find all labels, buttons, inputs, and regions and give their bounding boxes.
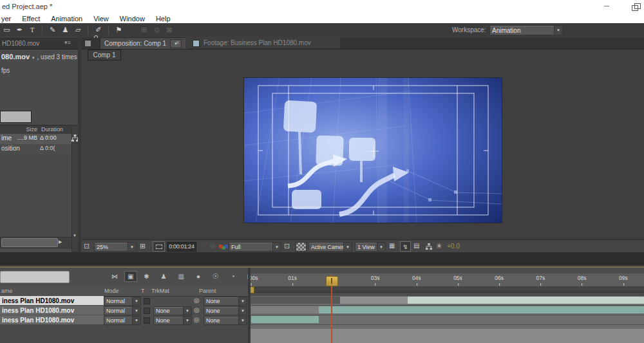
mini-flowchart-icon[interactable] bbox=[425, 243, 433, 250]
exposure-icon[interactable]: ✳ bbox=[436, 242, 442, 250]
layer-bar-segment[interactable] bbox=[251, 316, 319, 323]
parent-pickwhip-icon[interactable]: ◎ bbox=[194, 297, 200, 304]
close-icon[interactable]: × bbox=[176, 39, 180, 46]
preserve-transparency-checkbox[interactable] bbox=[144, 298, 150, 304]
shy-icon[interactable]: ♟ bbox=[156, 273, 171, 280]
blend-mode-dropdown[interactable]: Normal ▼ bbox=[104, 316, 141, 325]
clone-stamp-tool-icon[interactable]: ♟ bbox=[60, 25, 71, 35]
column-name[interactable]: ame bbox=[1, 288, 13, 294]
parent-value: None bbox=[204, 307, 238, 315]
menu-layer[interactable]: yer bbox=[1, 15, 11, 23]
column-parent[interactable]: Parent bbox=[199, 288, 216, 294]
show-channel-icon[interactable] bbox=[219, 245, 223, 248]
column-t[interactable]: T bbox=[141, 288, 145, 294]
parent-dropdown[interactable]: None ▼ bbox=[204, 306, 247, 315]
viewer-toolbar: ⊡ 25% ▼ ⊞ 0:00:01:24 ◎ Full ▼ ⊡ Active C… bbox=[81, 239, 644, 253]
layer-name[interactable]: iness Plan HD1080.mov bbox=[0, 296, 104, 305]
layer-bar-segment[interactable] bbox=[319, 306, 644, 313]
menu-view[interactable]: View bbox=[93, 15, 109, 23]
fast-previews-icon[interactable]: ↯ bbox=[400, 241, 411, 252]
auto-keyframe-icon[interactable]: ◔ bbox=[225, 273, 240, 280]
chevron-down-icon[interactable]: ▼ bbox=[32, 56, 35, 60]
project-panel-tab[interactable]: HD1080.mov bbox=[2, 40, 39, 47]
roto-brush-tool-icon[interactable]: ✐ bbox=[93, 25, 104, 35]
camera-view-dropdown[interactable]: Active Camera ▼ bbox=[308, 242, 352, 252]
timeline-search-input[interactable] bbox=[0, 271, 70, 283]
tab-footage[interactable]: Footage: Business Plan HD1080.mov bbox=[185, 37, 340, 48]
timeline-panel-icon[interactable]: ▤ bbox=[413, 242, 419, 249]
current-time-indicator[interactable] bbox=[326, 276, 338, 286]
horizontal-splitter[interactable] bbox=[0, 252, 644, 265]
layer-row[interactable]: iness Plan HD1080.mov Normal ▼ None ▼ ◎ … bbox=[0, 306, 644, 315]
menu-effect[interactable]: Effect bbox=[22, 15, 40, 23]
footage-thumbnail[interactable] bbox=[0, 111, 32, 123]
workspace-dropdown[interactable]: Animation ▼ bbox=[489, 25, 563, 35]
parent-pickwhip-icon[interactable]: ◎ bbox=[194, 306, 200, 313]
ruler-label: 09s bbox=[619, 275, 628, 281]
menu-help[interactable]: Help bbox=[156, 15, 171, 23]
layer-row[interactable]: iness Plan HD1080.mov Normal ▼ ◎ None ▼ bbox=[0, 296, 644, 305]
layer-bar-segment[interactable] bbox=[408, 297, 644, 304]
comp-mini-tab[interactable]: Comp 1 bbox=[88, 50, 121, 60]
brainstorm-icon[interactable]: ✱ bbox=[139, 273, 155, 280]
project-hscrollbar[interactable]: ▶ bbox=[0, 237, 72, 248]
restore-icon[interactable] bbox=[632, 5, 638, 11]
tab-composition[interactable]: Composition: Comp 1 ▼ bbox=[100, 37, 188, 49]
menu-window[interactable]: Window bbox=[120, 15, 145, 23]
find-icon[interactable]: ☉ bbox=[208, 272, 223, 281]
preserve-transparency-checkbox[interactable] bbox=[144, 308, 150, 314]
parent-dropdown[interactable]: None ▼ bbox=[204, 316, 247, 325]
brush-tool-icon[interactable]: ✎ bbox=[47, 25, 58, 35]
live-update-icon[interactable]: ▣ bbox=[124, 271, 137, 282]
region-of-interest-icon[interactable] bbox=[153, 241, 165, 252]
layer-name[interactable]: iness Plan HD1080.mov bbox=[0, 306, 104, 315]
pen-tool-icon[interactable]: ✒ bbox=[14, 25, 25, 35]
column-size[interactable]: Size bbox=[14, 126, 37, 133]
eraser-tool-icon[interactable]: ▱ bbox=[73, 25, 84, 35]
column-duration[interactable]: Duration bbox=[41, 126, 63, 133]
view-layout-dropdown[interactable]: 1 View ▼ bbox=[355, 242, 386, 252]
timeline-column-splitter[interactable] bbox=[248, 268, 251, 343]
project-row-quicktime[interactable]: ime ....9 MB Δ 0:00 bbox=[0, 134, 72, 144]
preserve-transparency-checkbox[interactable] bbox=[144, 317, 150, 324]
motion-blur-icon[interactable]: ● bbox=[191, 273, 206, 280]
blend-mode-dropdown[interactable]: Normal ▼ bbox=[104, 297, 141, 306]
composition-image[interactable] bbox=[244, 78, 502, 223]
layer-bar-segment[interactable] bbox=[251, 297, 340, 304]
always-preview-icon[interactable]: ⊡ bbox=[84, 242, 90, 250]
menu-animation[interactable]: Animation bbox=[51, 15, 82, 23]
safe-guides-icon[interactable]: ⊞ bbox=[140, 242, 146, 250]
exposure-value[interactable]: +0.0 bbox=[447, 243, 460, 250]
column-trkmat[interactable]: TrkMat bbox=[151, 288, 169, 294]
resolution-dropdown[interactable]: Full ▼ bbox=[229, 242, 281, 252]
panel-menu-icon[interactable]: ▾≡ bbox=[64, 39, 71, 46]
layer-row[interactable]: iness Plan HD1080.mov Normal ▼ None ▼ ◎ … bbox=[0, 315, 644, 324]
puppet-pin-tool-icon[interactable]: ⚑ bbox=[113, 25, 124, 35]
scroll-down-icon[interactable]: ▼ bbox=[72, 234, 77, 237]
type-tool-icon[interactable]: T bbox=[27, 24, 38, 35]
magnification-dropdown[interactable]: 25% ▼ bbox=[94, 242, 137, 252]
ruler-label: 05s bbox=[453, 275, 462, 281]
blend-mode-dropdown[interactable]: Normal ▼ bbox=[104, 306, 141, 315]
switches-icon[interactable]: ⋈ bbox=[107, 273, 122, 280]
trkmat-dropdown[interactable]: None ▼ bbox=[153, 306, 192, 315]
trkmat-dropdown[interactable]: None ▼ bbox=[153, 316, 192, 325]
frame-blend-icon[interactable]: ▥ bbox=[173, 273, 189, 280]
parent-pickwhip-icon[interactable]: ◎ bbox=[194, 316, 200, 323]
project-row-composition[interactable]: osition Δ 0:0( bbox=[0, 144, 72, 154]
target-region-icon[interactable]: ⊡ bbox=[284, 242, 290, 250]
layer-bar-segment[interactable] bbox=[251, 306, 319, 313]
work-area-bar[interactable] bbox=[248, 286, 644, 293]
column-mode[interactable]: Mode bbox=[104, 288, 119, 294]
transparency-grid-icon[interactable] bbox=[296, 242, 307, 252]
time-ruler[interactable]: 0:00s01s02s03s04s05s06s07s08s09s bbox=[248, 273, 644, 287]
layer-bar-segment[interactable] bbox=[340, 297, 408, 304]
layer-name[interactable]: iness Plan HD1080.mov bbox=[0, 315, 104, 324]
scrollbar-thumb[interactable] bbox=[1, 238, 58, 247]
scroll-right-icon[interactable]: ▶ bbox=[59, 239, 62, 245]
view-options-icon[interactable]: ▦ bbox=[389, 242, 395, 249]
current-time-display[interactable]: 0:00:01:24 bbox=[167, 242, 196, 252]
minimize-button[interactable]: ─ bbox=[604, 2, 609, 10]
parent-dropdown[interactable]: None ▼ bbox=[204, 297, 247, 306]
shape-tool-icon[interactable]: ▭ bbox=[1, 25, 12, 35]
